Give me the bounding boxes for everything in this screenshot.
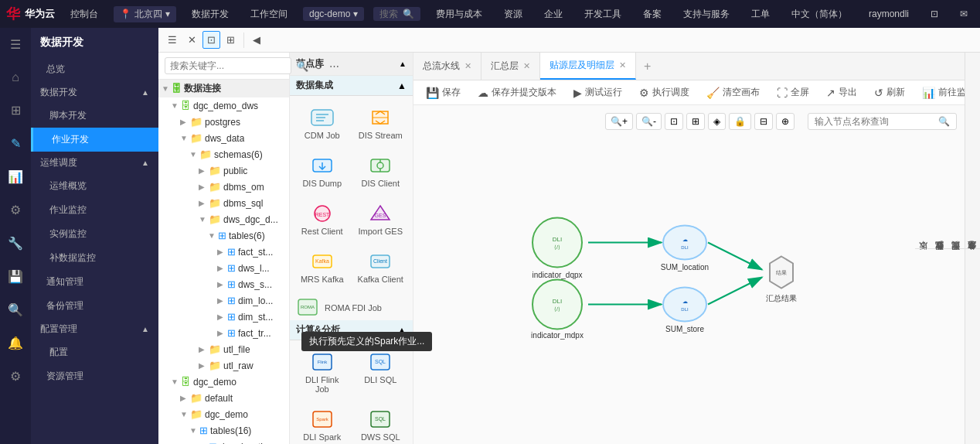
global-search-input[interactable] [379, 9, 403, 19]
tab-close-icon[interactable]: ✕ [464, 61, 471, 71]
sidebar-settings-icon[interactable]: ⚙ [7, 366, 24, 387]
nav-instance-monitor[interactable]: 实例监控 [31, 222, 158, 246]
zoom-reset-btn[interactable]: ⊞ [686, 113, 705, 130]
save-submit-button[interactable]: ☁ 保存并提交版本 [471, 84, 563, 101]
tree-node-dws-data[interactable]: ▼ 📁 dws_data [158, 130, 289, 146]
canvas-search-input[interactable] [815, 116, 938, 127]
tree-node-dbms-om[interactable]: ▶ 📁 dbms_om [158, 179, 289, 195]
nav-console[interactable]: 控制台 [64, 5, 104, 24]
monitor-button[interactable]: 📊 前往监控 [916, 84, 965, 101]
collapse-panel-btn[interactable]: ◀ [248, 31, 265, 49]
tree-node-dgc-demo[interactable]: ▼ 🗄 dgc_demo [158, 374, 289, 390]
node-dis-client[interactable]: DIS Client [353, 149, 409, 193]
nav-resource-mgmt[interactable]: 资源管理 [31, 364, 158, 388]
sidebar-menu-icon[interactable]: ☰ [7, 34, 24, 55]
right-sidebar-schedule-config[interactable]: 调度配置 [948, 248, 964, 265]
test-run-button[interactable]: ▶ 测试运行 [567, 84, 628, 101]
zoom-fit-btn[interactable]: ⊡ [665, 113, 683, 130]
app-selector[interactable]: dgc-demo ▾ [303, 7, 364, 21]
nav-devtools[interactable]: 开发工具 [578, 5, 628, 24]
nav-job-monitor[interactable]: 作业监控 [31, 198, 158, 222]
tree-node-tables16[interactable]: ▼ ⊞ tables(16) [158, 422, 289, 439]
list-view-btn[interactable]: ☰ [163, 31, 182, 49]
tree-node-dim-st[interactable]: ▶ ⊞ dim_st... [158, 309, 289, 325]
nav-screen-icon[interactable]: ⊡ [924, 5, 944, 22]
nav-workspace[interactable]: 工作空间 [244, 5, 294, 24]
save-button[interactable]: 💾 保存 [420, 84, 467, 101]
node-dli-spark[interactable]: Spark DLI Spark [294, 402, 350, 444]
nav-config[interactable]: 配置 [31, 340, 158, 364]
nav-script-dev[interactable]: 脚本开发 [31, 104, 158, 128]
tree-node-dim-lo[interactable]: ▶ ⊞ dim_lo... [158, 292, 289, 309]
sidebar-config-icon[interactable]: 🔧 [5, 233, 26, 254]
node-library-collapse-icon[interactable]: ▲ [399, 60, 407, 68]
select-all-btn[interactable]: ◈ [708, 113, 726, 130]
node-kafka-client[interactable]: Client Kafka Client [353, 244, 409, 289]
node-rest-client[interactable]: REST Rest Client [294, 196, 350, 241]
tree-node-dws-location[interactable]: ▶ ⊞ dws_location... [158, 439, 289, 444]
nav-mail-icon[interactable]: ✉ [954, 5, 974, 22]
nav-enterprise[interactable]: 企业 [538, 5, 569, 24]
layout-view-btn[interactable]: ⊡ [202, 31, 220, 49]
nav-support[interactable]: 支持与服务 [677, 5, 736, 24]
zoom-in-btn[interactable]: 🔍+ [605, 113, 633, 130]
tab-summary-layer[interactable]: 汇总层 ✕ [481, 53, 540, 80]
nav-data-dev[interactable]: 数据开发 [185, 5, 235, 24]
tab-general-pipeline[interactable]: 总流水线 ✕ [413, 53, 481, 80]
zoom-out-btn[interactable]: 🔍- [636, 113, 662, 130]
nav-ops-section[interactable]: 运维调度 ▲ [31, 152, 158, 174]
tree-node-public[interactable]: ▶ 📁 public [158, 162, 289, 179]
tab-close-icon[interactable]: ✕ [619, 60, 626, 70]
nav-tools[interactable]: 工单 [745, 5, 776, 24]
nav-ops-overview[interactable]: 运维概览 [31, 174, 158, 198]
section-data-integration[interactable]: 数据集成 ▲ [290, 76, 413, 96]
right-sidebar-job-info[interactable]: 作业基本信息 [964, 248, 980, 265]
tree-search-btn[interactable]: 🔍 [294, 59, 310, 73]
node-dis-dump[interactable]: DIS Dump [294, 149, 350, 193]
nav-config-section[interactable]: 配置管理 ▲ [31, 318, 158, 340]
table-view-btn[interactable]: ⊞ [222, 31, 240, 49]
nav-resource[interactable]: 资源 [498, 5, 529, 24]
node-dws-sql[interactable]: SQL DWS SQL [353, 402, 409, 444]
tree-node-schemas[interactable]: ▼ 📁 schemas(6) [158, 146, 289, 162]
tab-add-btn[interactable]: + [636, 60, 658, 73]
clear-canvas-button[interactable]: 🧹 清空画布 [700, 84, 766, 101]
nav-data-dev-section[interactable]: 数据开发 ▲ [31, 81, 158, 104]
nav-language[interactable]: 中文（简体） [785, 5, 853, 24]
tree-node-dgc-demo2[interactable]: ▼ 📁 dgc_demo [158, 406, 289, 422]
nav-backfill-monitor[interactable]: 补数据监控 [31, 246, 158, 270]
grid-btn[interactable]: ⊟ [754, 113, 773, 130]
tree-node-data-connection[interactable]: ▼ 🗄 数据连接 [158, 80, 289, 97]
tree-node-fact-st[interactable]: ▶ ⊞ fact_st... [158, 244, 289, 260]
right-sidebar-job-params[interactable]: 作业参数配置 [931, 248, 948, 265]
nav-cost[interactable]: 费用与成本 [430, 5, 488, 24]
fullscreen-button[interactable]: ⛶ 全屏 [771, 84, 815, 101]
node-cdm-job[interactable]: CDM Job [294, 101, 350, 145]
tree-node-fact-tr[interactable]: ▶ ⊞ fact_tr... [158, 325, 289, 341]
tree-node-dbms-sql[interactable]: ▶ 📁 dbms_sql [158, 195, 289, 211]
sidebar-ops-icon[interactable]: ⚙ [7, 200, 24, 220]
global-search-bar[interactable]: 🔍 [373, 7, 420, 21]
node-dli-sql[interactable]: SQL DLI SQL [353, 345, 409, 399]
sidebar-monitor-icon[interactable]: 📊 [5, 166, 26, 187]
tree-node-dws-l[interactable]: ▶ ⊞ dws_l... [158, 260, 289, 276]
tree-node-utl-raw[interactable]: ▶ 📁 utl_raw [158, 357, 289, 374]
lock-btn[interactable]: 🔒 [729, 113, 751, 130]
tree-node-default[interactable]: ▶ 📁 default [158, 390, 289, 406]
sidebar-notify-icon[interactable]: 🔔 [5, 333, 26, 353]
schedule-run-button[interactable]: ⚙ 执行调度 [633, 84, 696, 101]
nav-job-dev[interactable]: 作业开发 [31, 128, 158, 152]
layout-auto-btn[interactable]: ⊕ [776, 113, 795, 130]
sidebar-backup-icon[interactable]: 💾 [5, 266, 26, 287]
nav-user[interactable]: raymondli [863, 5, 915, 22]
tree-more-btn[interactable]: ⋯ [328, 59, 341, 73]
node-dli-flink[interactable]: Flink DLI Flink Job [294, 345, 350, 399]
tree-node-dws-dgc[interactable]: ▼ 📁 dws_dgc_d... [158, 211, 289, 227]
tree-node-postgres[interactable]: ▶ 📁 postgres [158, 114, 289, 130]
nav-backup[interactable]: 备份管理 [31, 294, 158, 318]
refresh-button[interactable]: ↺ 刷新 [868, 84, 911, 101]
node-import-ges[interactable]: GES Import GES [353, 196, 409, 241]
tab-detail-layer[interactable]: 贴源层及明细层 ✕ [540, 53, 636, 80]
node-roma-fdi[interactable]: ROMA ROMA FDI Job [290, 294, 413, 320]
nav-notify[interactable]: 通知管理 [31, 270, 158, 294]
